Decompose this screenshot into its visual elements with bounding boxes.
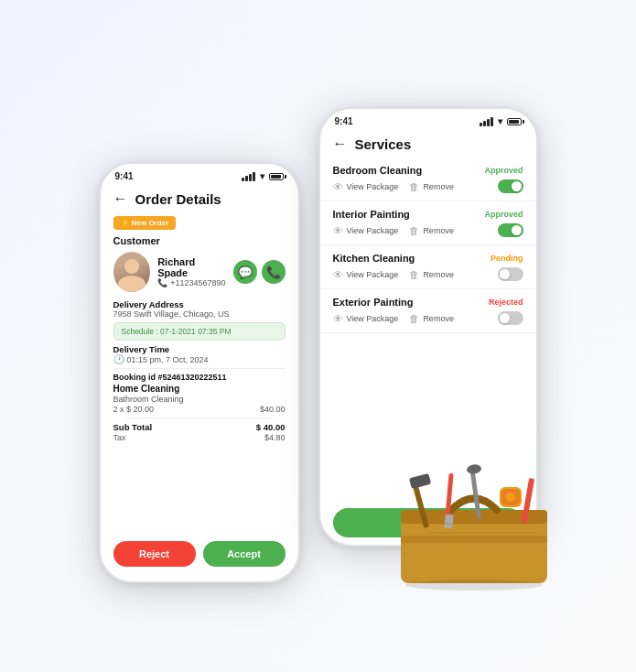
status-bar-right: 9:41 ▾: [320, 109, 536, 130]
signal-icon: [242, 172, 255, 181]
action-icons: 💬 📞: [233, 260, 286, 284]
eye-icon: 👁: [333, 181, 343, 192]
toolbox-illustration: [383, 428, 566, 592]
svg-rect-2: [401, 536, 547, 543]
phone-icon: 📞: [157, 278, 167, 287]
service-item-actions: 👁 View Package 🗑 Remove: [333, 311, 523, 325]
view-package-label: View Package: [347, 314, 399, 323]
clock-icon: 🕐: [113, 354, 124, 364]
remove-button[interactable]: 🗑 Remove: [409, 181, 454, 192]
eye-icon: 👁: [333, 269, 343, 280]
service-item-name: Bedroom Cleaning: [333, 165, 423, 176]
service-toggle[interactable]: [498, 311, 523, 325]
accept-button[interactable]: Accept: [203, 541, 286, 567]
service-toggle[interactable]: [498, 179, 523, 193]
service-toggle[interactable]: [498, 267, 523, 281]
status-badge: Rejected: [489, 298, 523, 307]
left-phone: 9:41 ▾ ← Order Details ⚡ New Order Custo…: [99, 162, 300, 583]
page-title-left: Order Details: [135, 191, 221, 207]
service-item-actions: 👁 View Package 🗑 Remove: [333, 267, 523, 281]
service-item-name: Kitchen Cleaning: [333, 253, 415, 264]
view-package-button[interactable]: 👁 View Package: [333, 313, 399, 324]
trash-icon: 🗑: [409, 181, 419, 192]
new-order-badge: ⚡ New Order: [113, 216, 177, 230]
battery-icon-right: [507, 118, 522, 125]
service-item: Bedroom Cleaning Approved 👁 View Package…: [320, 157, 536, 201]
back-button-right[interactable]: ←: [333, 135, 348, 152]
view-package-button[interactable]: 👁 View Package: [333, 225, 399, 236]
customer-name: Richard Spade: [157, 256, 225, 278]
view-package-label: View Package: [347, 226, 399, 235]
service-item-name: Interior Painting: [333, 209, 410, 220]
remove-button[interactable]: 🗑 Remove: [409, 225, 454, 236]
subtotal-row: Sub Total $ 40.00: [113, 422, 286, 432]
service-sub: Bathroom Cleaning: [113, 395, 286, 404]
delivery-time-row: Delivery Time 🕐 01:15 pm, 7 Oct, 2024: [101, 344, 298, 364]
service-item-name: Exterior Painting: [333, 297, 414, 308]
booking-id: Booking id #52461320222511: [113, 373, 286, 382]
delivery-time-label: Delivery Time: [113, 344, 286, 354]
status-badge: Approved: [484, 166, 523, 175]
service-item-actions: 👁 View Package 🗑 Remove: [333, 223, 523, 237]
trash-icon: 🗑: [409, 225, 419, 236]
remove-label: Remove: [423, 314, 454, 323]
service-item: Interior Painting Approved 👁 View Packag…: [320, 201, 536, 245]
service-item-header: Kitchen Cleaning Pending: [333, 253, 523, 264]
time-right: 9:41: [335, 116, 353, 126]
svg-rect-4: [408, 473, 430, 489]
status-badge: Pending: [490, 254, 523, 263]
divider2: [126, 417, 273, 418]
delivery-address-value: 7958 Swift Village, Chicago, US: [113, 309, 286, 319]
signal-icon-right: [480, 117, 493, 126]
booking-section: Booking id #52461320222511 Home Cleaning…: [101, 373, 298, 442]
remove-label: Remove: [423, 182, 454, 191]
svg-point-11: [506, 493, 515, 502]
view-package-label: View Package: [347, 182, 399, 191]
status-icons-left: ▾: [242, 171, 284, 181]
service-item-actions: 👁 View Package 🗑 Remove: [333, 179, 523, 193]
services-title: Services: [355, 136, 412, 152]
message-button[interactable]: 💬: [233, 260, 257, 284]
divider: [113, 368, 286, 369]
nav-bar-right: ← Services: [320, 130, 536, 157]
services-list: Bedroom Cleaning Approved 👁 View Package…: [320, 157, 536, 333]
service-item-header: Interior Painting Approved: [333, 209, 523, 220]
eye-icon: 👁: [333, 313, 343, 324]
svg-point-15: [405, 580, 543, 591]
remove-button[interactable]: 🗑 Remove: [409, 269, 454, 280]
status-bar-left: 9:41 ▾: [101, 164, 298, 185]
trash-icon: 🗑: [409, 313, 419, 324]
service-item-header: Bedroom Cleaning Approved: [333, 165, 523, 176]
status-icons-right: ▾: [480, 116, 522, 126]
customer-info: Richard Spade 📞 +11234567890: [157, 256, 225, 287]
nav-bar-left: ← Order Details: [101, 185, 298, 212]
time-left: 9:41: [115, 171, 134, 181]
back-button-left[interactable]: ←: [113, 190, 128, 207]
remove-label: Remove: [423, 226, 454, 235]
bottom-buttons: Reject Accept: [101, 534, 298, 574]
service-toggle[interactable]: [498, 223, 523, 237]
service-item-header: Exterior Painting Rejected: [333, 297, 523, 308]
trash-icon: 🗑: [409, 269, 419, 280]
battery-icon: [269, 173, 284, 180]
eye-icon: 👁: [333, 225, 343, 236]
reject-button[interactable]: Reject: [113, 541, 196, 567]
view-package-button[interactable]: 👁 View Package: [333, 269, 399, 280]
customer-phone: 📞 +11234567890: [157, 278, 225, 287]
delivery-address-label: Delivery Address: [113, 299, 286, 309]
call-button[interactable]: 📞: [262, 260, 286, 284]
avatar: [113, 252, 151, 292]
delivery-address-row: Delivery Address 7958 Swift Village, Chi…: [101, 299, 298, 319]
status-badge: Approved: [484, 210, 523, 219]
view-package-button[interactable]: 👁 View Package: [333, 181, 399, 192]
view-package-label: View Package: [347, 270, 399, 279]
svg-point-8: [466, 463, 481, 474]
schedule-badge: Schedule : 07-1-2021 07:35 PM: [113, 322, 286, 341]
price-row-qty: 2 x $ 20.00 $40.00: [113, 405, 286, 414]
wifi-icon: ▾: [260, 171, 264, 181]
svg-rect-6: [444, 515, 453, 529]
remove-label: Remove: [423, 270, 454, 279]
remove-button[interactable]: 🗑 Remove: [409, 313, 454, 324]
customer-section-label: Customer: [101, 235, 298, 246]
service-item: Exterior Painting Rejected 👁 View Packag…: [320, 289, 536, 333]
